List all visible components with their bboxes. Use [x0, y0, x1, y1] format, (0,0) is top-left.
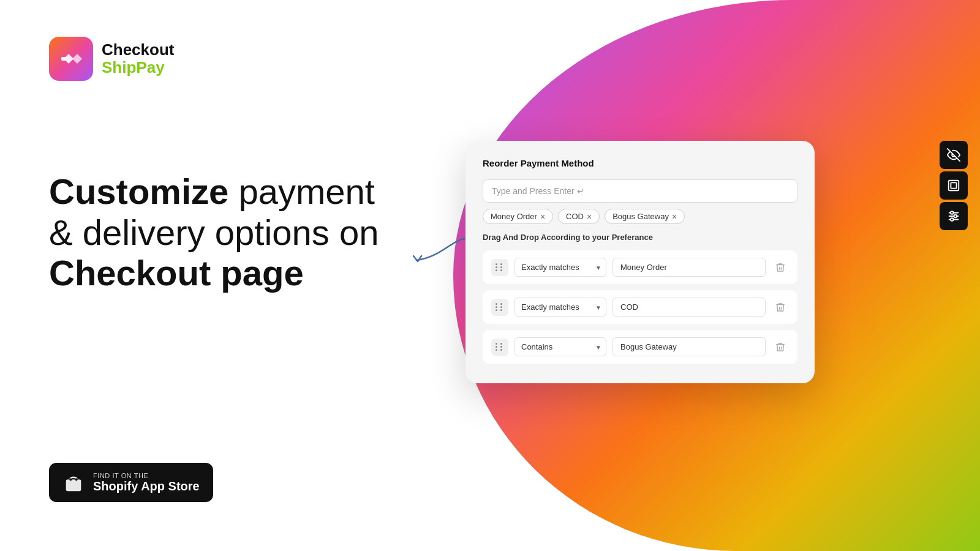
- value-input-3[interactable]: [612, 337, 766, 356]
- match-select-1[interactable]: Exactly matches Contains Starts with End…: [514, 258, 606, 277]
- dot: [496, 306, 497, 308]
- tag-cod-label: COD: [566, 212, 584, 221]
- svg-rect-5: [951, 182, 956, 188]
- dot: [496, 266, 497, 268]
- dot: [500, 269, 502, 271]
- logo-checkout-label: Checkout: [102, 41, 174, 59]
- logo-area: Checkout ShipPay: [49, 37, 174, 81]
- match-select-wrapper-1: Exactly matches Contains Starts with End…: [514, 258, 606, 277]
- hero-bold: Customize: [49, 171, 228, 211]
- delete-btn-3[interactable]: [772, 339, 789, 356]
- match-select-3[interactable]: Exactly matches Contains Starts with End…: [514, 337, 606, 356]
- frame-button[interactable]: [940, 171, 968, 200]
- side-toolbar: [940, 141, 968, 230]
- svg-rect-0: [61, 57, 66, 61]
- value-input-2[interactable]: [612, 298, 766, 317]
- tags-row: Money Order × COD × Bogus Gateway ×: [483, 209, 797, 224]
- frame-icon: [947, 179, 960, 192]
- dot: [496, 269, 497, 271]
- tag-money-order-label: Money Order: [491, 212, 537, 221]
- logo-text: Checkout ShipPay: [102, 41, 174, 76]
- svg-point-10: [954, 215, 957, 218]
- arrow-decoration: [398, 227, 472, 276]
- dot: [496, 343, 497, 345]
- delete-btn-1[interactable]: [772, 259, 789, 276]
- match-select-2[interactable]: Exactly matches Contains Starts with End…: [514, 298, 606, 317]
- card-title: Reorder Payment Method: [483, 158, 797, 168]
- tag-cod-remove[interactable]: ×: [587, 212, 592, 221]
- svg-point-3: [75, 478, 78, 481]
- tag-bogus-gateway-remove[interactable]: ×: [672, 212, 677, 221]
- dot: [500, 306, 502, 308]
- drag-handle-3[interactable]: [491, 339, 508, 356]
- tag-money-order-remove[interactable]: ×: [540, 212, 545, 221]
- dot: [496, 263, 497, 265]
- row-item-1: Exactly matches Contains Starts with End…: [483, 250, 797, 284]
- hero-line2: & delivery options on: [49, 212, 379, 253]
- tag-bogus-gateway[interactable]: Bogus Gateway ×: [605, 209, 685, 224]
- logo-icon: [49, 37, 93, 81]
- drag-label: Drag And Drop According to your Preferan…: [483, 233, 797, 242]
- hide-button[interactable]: [940, 141, 968, 169]
- dot: [500, 343, 502, 345]
- drag-handle-1[interactable]: [491, 259, 508, 276]
- dot: [500, 266, 502, 268]
- dot: [496, 349, 497, 351]
- shopify-badge[interactable]: FIND IT ON THE Shopify App Store: [49, 463, 213, 502]
- hero-line3: Checkout page: [49, 253, 379, 294]
- ui-card: Reorder Payment Method Type and Press En…: [466, 141, 815, 383]
- hero-line1: Customize payment: [49, 171, 379, 212]
- shopify-store-label: Shopify App Store: [93, 479, 200, 493]
- row-item-2: Exactly matches Contains Starts with End…: [483, 290, 797, 324]
- dot: [500, 263, 502, 265]
- value-input-1[interactable]: [612, 258, 766, 277]
- logo-shippay-label: ShipPay: [102, 59, 174, 77]
- dot: [500, 309, 502, 311]
- trash-icon-3: [775, 342, 786, 353]
- svg-point-9: [951, 211, 954, 214]
- row-item-3: Exactly matches Contains Starts with End…: [483, 330, 797, 364]
- hero-section: Customize payment & delivery options on …: [49, 171, 379, 294]
- shopify-badge-text: FIND IT ON THE Shopify App Store: [93, 472, 200, 493]
- trash-icon-1: [775, 262, 786, 273]
- drag-handle-2[interactable]: [491, 299, 508, 316]
- svg-point-2: [69, 478, 72, 481]
- dot: [500, 303, 502, 305]
- eye-off-icon: [947, 148, 960, 162]
- drag-dots-3: [496, 343, 504, 351]
- dot: [500, 349, 502, 351]
- dot: [496, 309, 497, 311]
- match-select-wrapper-2: Exactly matches Contains Starts with End…: [514, 298, 606, 317]
- dot: [496, 303, 497, 305]
- delete-btn-2[interactable]: [772, 299, 789, 316]
- drag-dots-1: [496, 263, 504, 271]
- shopify-find-label: FIND IT ON THE: [93, 472, 200, 479]
- type-input[interactable]: Type and Press Enter ↵: [483, 179, 797, 203]
- shopify-icon: [62, 471, 85, 493]
- tag-bogus-gateway-label: Bogus Gateway: [612, 212, 669, 221]
- svg-point-11: [951, 218, 954, 221]
- svg-rect-1: [66, 479, 81, 491]
- drag-dots-2: [496, 303, 504, 311]
- sliders-icon: [947, 209, 960, 223]
- dot: [500, 346, 502, 348]
- logo-svg: [59, 47, 83, 71]
- trash-icon-2: [775, 302, 786, 313]
- filter-button[interactable]: [940, 202, 968, 230]
- tag-cod[interactable]: COD ×: [558, 209, 600, 224]
- dot: [496, 346, 497, 348]
- svg-rect-4: [949, 181, 959, 191]
- tag-money-order[interactable]: Money Order ×: [483, 209, 553, 224]
- match-select-wrapper-3: Exactly matches Contains Starts with End…: [514, 337, 606, 356]
